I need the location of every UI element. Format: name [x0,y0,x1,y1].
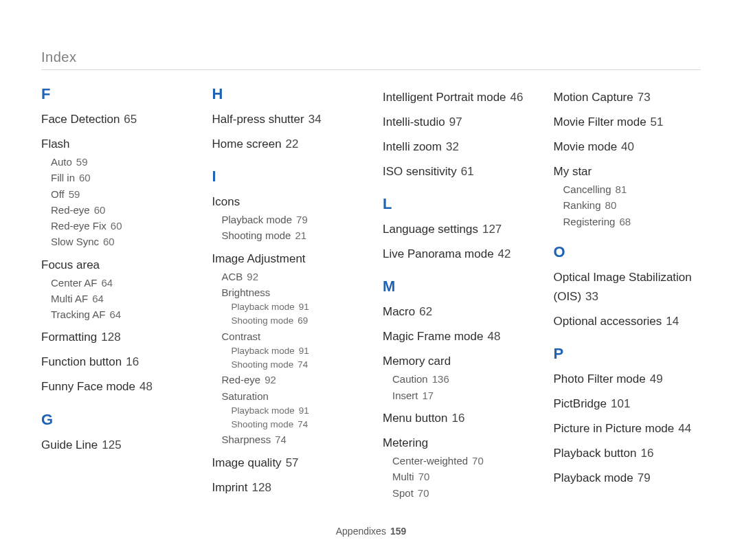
entry-movie-mode[interactable]: Movie mode40 [554,137,701,157]
subentry-contrast[interactable]: Contrast [212,328,360,344]
entry-page: 16 [126,355,139,368]
entry-funny-face[interactable]: Funny Face mode48 [41,377,189,396]
subentry-saturation[interactable]: Saturation [212,388,360,404]
subentry-metering-center[interactable]: Center-weighted70 [383,453,530,469]
subentry-icons-shooting[interactable]: Shooting mode21 [212,227,360,243]
entry-label[interactable]: Image Adjustment [212,249,360,269]
sub-label: Red-eye [51,204,90,216]
entry-photo-filter[interactable]: Photo Filter mode49 [554,370,701,389]
letter-I: I [212,169,360,184]
subsub-saturation-shooting[interactable]: Shooting mode74 [212,418,360,432]
entry-guide-line[interactable]: Guide Line125 [41,436,189,455]
entry-label: Home screen [212,137,282,150]
sub-label: Slow Sync [51,236,99,247]
entry-page: 48 [487,330,500,343]
entry-motion-capture[interactable]: Motion Capture73 [554,88,701,107]
entry-label[interactable]: My star [554,162,701,181]
sub-label: Registering [563,216,616,227]
subentry-flash-slowsync[interactable]: Slow Sync60 [41,234,189,249]
subsub-saturation-playback[interactable]: Playback mode91 [212,404,360,418]
entry-intelli-studio[interactable]: Intelli-studio97 [383,113,530,132]
subentry-mystar-registering[interactable]: Registering68 [554,214,701,229]
entry-half-press[interactable]: Half-press shutter34 [212,110,360,129]
subentry-flash-off[interactable]: Off59 [41,186,189,202]
subentry-flash-fillin[interactable]: Fill in60 [41,170,189,186]
page-title: Index [41,49,701,65]
subentry-icons-playback[interactable]: Playback mode79 [212,212,360,227]
entry-page: 49 [650,372,663,385]
entry-label: Intelligent Portrait mode [383,91,506,104]
entry-playback-mode[interactable]: Playback mode79 [554,469,701,488]
entry-label[interactable]: Focus area [41,256,189,275]
subentry-metering-multi[interactable]: Multi70 [383,469,530,484]
entry-face-detection[interactable]: Face Detection65 [41,110,189,129]
entry-label[interactable]: Icons [212,192,360,212]
entry-page: 33 [585,290,598,303]
subentry-mystar-cancelling[interactable]: Cancelling81 [554,181,701,197]
entry-language[interactable]: Language settings127 [383,220,530,239]
sub-page: 21 [295,229,306,241]
entry-my-star: My star Cancelling81 Ranking80 Registeri… [554,162,701,229]
sub-page: 70 [418,487,429,499]
entry-imprint[interactable]: Imprint128 [212,478,360,497]
entry-label[interactable]: Memory card [383,352,530,371]
subsub-contrast-playback[interactable]: Playback mode91 [212,344,360,358]
entry-page: 42 [498,247,511,260]
sub-page: 92 [265,374,276,385]
entry-playback-button[interactable]: Playback button16 [554,444,701,463]
subentry-memory-caution[interactable]: Caution136 [383,371,530,387]
entry-optional-acc[interactable]: Optional accessories14 [554,312,701,331]
subentry-mystar-ranking[interactable]: Ranking80 [554,197,701,213]
entry-pictbridge[interactable]: PictBridge101 [554,394,701,414]
sub-label: Ranking [563,199,601,211]
entry-page: 65 [124,113,137,126]
subentry-brightness[interactable]: Brightness [212,284,360,300]
entry-function-button[interactable]: Function button16 [41,352,189,372]
entry-iso[interactable]: ISO sensitivity61 [383,162,530,181]
letter-G: G [41,412,189,427]
subentry-tracking-af[interactable]: Tracking AF64 [41,306,189,322]
letter-O: O [554,245,701,260]
subentry-flash-redeye[interactable]: Red-eye60 [41,202,189,218]
entry-page: 51 [651,115,664,128]
subsub-contrast-shooting[interactable]: Shooting mode74 [212,358,360,372]
entry-label: Image quality [212,456,282,469]
subsub-brightness-playback[interactable]: Playback mode91 [212,300,360,314]
entry-page: 40 [621,140,634,153]
letter-L: L [383,197,530,212]
entry-page: 48 [139,380,153,393]
entry-label: Formatting [41,331,97,344]
entry-movie-filter[interactable]: Movie Filter mode51 [554,113,701,132]
entry-home-screen[interactable]: Home screen22 [212,135,360,154]
entry-formatting[interactable]: Formatting128 [41,328,189,347]
subentry-center-af[interactable]: Center AF64 [41,275,189,291]
entry-magic-frame[interactable]: Magic Frame mode48 [383,327,530,346]
subentry-acb[interactable]: ACB92 [212,269,360,284]
entry-label: Language settings [383,223,478,236]
subentry-flash-auto[interactable]: Auto59 [41,154,189,170]
entry-intelligent-portrait[interactable]: Intelligent Portrait mode46 [383,88,530,107]
subentry-flash-redeyefix[interactable]: Red-eye Fix60 [41,218,189,234]
entry-label[interactable]: Flash [41,135,189,154]
entry-page: 97 [449,115,462,128]
subsub-brightness-shooting[interactable]: Shooting mode69 [212,314,360,328]
entry-label: Imprint [212,481,248,494]
subsub-label: Playback mode [232,302,295,312]
entry-pip[interactable]: Picture in Picture mode44 [554,419,701,438]
subentry-memory-insert[interactable]: Insert17 [383,388,530,403]
entry-menu-button[interactable]: Menu button16 [383,409,530,428]
sub-page: 136 [432,373,449,385]
entry-live-panorama[interactable]: Live Panorama mode42 [383,245,530,264]
subentry-sharpness[interactable]: Sharpness74 [212,432,360,447]
entry-image-quality[interactable]: Image quality57 [212,453,360,473]
entry-macro[interactable]: Macro62 [383,302,530,322]
subentry-multi-af[interactable]: Multi AF64 [41,291,189,306]
subentry-metering-spot[interactable]: Spot70 [383,485,530,501]
subentry-redeye[interactable]: Red-eye92 [212,372,360,388]
entry-label: PictBridge [554,397,607,410]
entry-intelli-zoom[interactable]: Intelli zoom32 [383,137,530,157]
entry-ois[interactable]: Optical Image Stabilization (OIS)33 [554,268,701,306]
entry-label: Guide Line [41,438,98,451]
entry-label[interactable]: Metering [383,434,530,453]
column-4: Motion Capture73 Movie Filter mode51 Mov… [554,87,701,506]
